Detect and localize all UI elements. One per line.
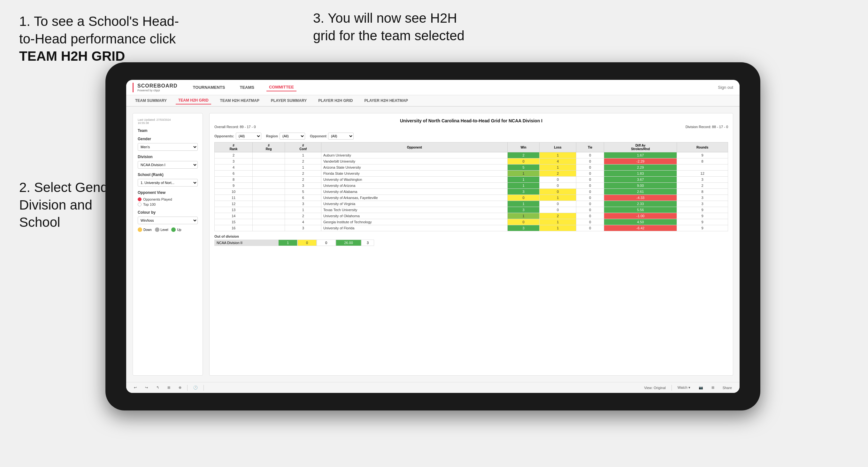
out-div-diff: 26.00 [336,240,361,246]
sign-out[interactable]: Sign out [718,85,733,90]
main-content: Last Updated: 27/03/2024 16:55:38 Team G… [126,107,740,382]
radio-dot-1 [138,197,142,201]
grid-btn[interactable]: ⊞ [709,384,717,391]
filter-row: Opponents: (All) Region (All) Opponent [214,132,728,139]
colour-dot-up [171,227,176,232]
filter-region: Region (All) [266,132,305,139]
colour-by-label: Colour by [138,210,198,215]
toolbar-divider-1 [187,385,188,391]
th-conf: #Conf [285,143,321,152]
th-loss: Loss [539,143,576,152]
opponent-view-label: Opponent View [138,190,198,195]
sub-nav-team-h2h-heatmap[interactable]: TEAM H2H HEATMAP [218,97,262,104]
th-reg: #Reg [253,143,285,152]
annotation-1: 1. To see a School's Head- to-Head perfo… [19,13,185,65]
filter-region-select[interactable]: (All) [280,132,305,139]
grid-title: University of North Carolina Head-to-Hea… [214,118,728,123]
toolbar-divider-3 [672,385,672,391]
sub-nav-team-h2h-grid[interactable]: TEAM H2H GRID [176,97,211,104]
logo-bar [132,83,133,92]
table-row: 32Vanderbilt University040-2.298 [215,158,728,164]
table-row: 21Auburn University2101.679 [215,152,728,158]
table-row: 82University of Washington1003.673 [215,177,728,183]
filter-opponents-select[interactable]: (All) [236,132,261,139]
table-header-row: #Rank #Reg #Conf Opponent Win Loss Tie D… [215,143,728,152]
colour-level: Level [155,227,168,232]
sub-nav-team-summary[interactable]: TEAM SUMMARY [132,97,169,104]
nav-teams[interactable]: TEAMS [237,84,257,91]
crop-btn[interactable]: ⊞ [165,384,173,391]
filter-opponents: Opponents: (All) [214,132,261,139]
sub-nav-player-h2h-grid[interactable]: PLAYER H2H GRID [316,97,355,104]
tablet: SCOREBOARD Powered by clippi TOURNAMENTS… [105,62,760,410]
annotation-3: 3. You will now see H2H grid for the tea… [313,9,518,44]
table-row: 123University of Virginia1002.333 [215,201,728,207]
table-row: 41Arizona State University5102.29 [215,164,728,170]
tablet-screen: SCOREBOARD Powered by clippi TOURNAMENTS… [126,80,740,393]
sub-nav-player-h2h-heatmap[interactable]: PLAYER H2H HEATMAP [362,97,410,104]
redo-btn[interactable]: ↪ [143,384,151,391]
bottom-toolbar: ↩ ↪ ↰ ⊞ ⊕ 🕐 View: Original Watch ▾ 📷 ⊞ S… [126,382,740,393]
school-select[interactable]: 1. University of Nort... [138,179,198,187]
h2h-table: #Rank #Reg #Conf Opponent Win Loss Tie D… [214,142,728,231]
screenshot-btn[interactable]: 📷 [696,384,706,391]
th-win: Win [508,143,539,152]
table-row: 163University of Florida310-6.429 [215,225,728,231]
table-row: 105University of Alabama3002.618 [215,189,728,195]
table-row: 116University of Arkansas, Fayetteville0… [215,195,728,201]
filter-opponent-select[interactable]: (All) [328,132,354,139]
colour-by-select[interactable]: Win/loss [138,217,198,224]
table-row: 154Georgia Institute of Technology0104.5… [215,219,728,225]
view-original-btn[interactable]: View: Original [642,385,668,391]
watch-btn[interactable]: Watch ▾ [675,384,693,391]
logo-text: SCOREBOARD [137,83,178,89]
sub-nav: TEAM SUMMARY TEAM H2H GRID TEAM H2H HEAT… [126,95,740,107]
add-btn[interactable]: ⊕ [176,384,184,391]
opponent-view-group: Opponents Played Top 100 [138,197,198,206]
out-div-loss: 0 [298,240,317,246]
radio-dot-2 [138,203,142,206]
table-row: 62Florida State University1201.8312 [215,170,728,177]
logo-area: SCOREBOARD Powered by clippi [132,83,178,92]
clock-btn[interactable]: 🕐 [191,384,200,391]
logo-sub: Powered by clippi [137,89,178,92]
colour-up: Up [171,227,181,232]
radio-opponents-played[interactable]: Opponents Played [138,197,198,201]
table-row: 142University of Oklahoma120-1.009 [215,213,728,219]
table-body: 21Auburn University2101.67932Vanderbilt … [215,152,728,231]
colour-dot-level [155,227,159,232]
nav-tournaments[interactable]: TOURNAMENTS [190,84,228,91]
th-rounds: Rounds [677,143,728,152]
th-opponent: Opponent [321,143,508,152]
left-panel: Last Updated: 27/03/2024 16:55:38 Team G… [132,113,203,376]
timestamp: Last Updated: 27/03/2024 16:55:38 [138,118,198,125]
back-btn[interactable]: ↰ [154,384,162,391]
out-div-win: 1 [278,240,298,246]
th-diff: Diff AvStrokes/Rnd [604,143,677,152]
share-btn[interactable]: Share [720,385,735,391]
top-nav: SCOREBOARD Powered by clippi TOURNAMENTS… [126,80,740,95]
out-of-division-label: Out of division [214,235,728,238]
table-row: 131Texas Tech University3005.569 [215,207,728,213]
th-tie: Tie [576,143,604,152]
undo-btn[interactable]: ↩ [131,384,139,391]
colour-down: Down [138,227,152,232]
th-rank: #Rank [215,143,253,152]
table-row: 93University of Arizona1009.002 [215,183,728,189]
grid-records: Overall Record: 89 - 17 - 0 Division Rec… [214,125,728,129]
out-of-division-row: NCAA Division II 1 0 0 26.00 3 [214,240,728,246]
toolbar-divider-2 [204,385,204,391]
filter-opponent: Opponent (All) [310,132,354,139]
sub-nav-player-summary[interactable]: PLAYER SUMMARY [268,97,309,104]
toolbar-right: View: Original Watch ▾ 📷 ⊞ Share [642,384,735,391]
gender-select[interactable]: Men's [138,143,198,151]
radio-top100[interactable]: Top 100 [138,203,198,206]
team-label: Team [138,128,198,133]
colour-dot-down [138,227,142,232]
grid-panel: University of North Carolina Head-to-Hea… [209,113,733,376]
gender-label: Gender [138,137,198,141]
division-select[interactable]: NCAA Division I [138,161,198,169]
out-div-rounds: 3 [361,240,374,246]
division-label: Division [138,155,198,159]
nav-committee[interactable]: COMMITTEE [267,83,297,91]
